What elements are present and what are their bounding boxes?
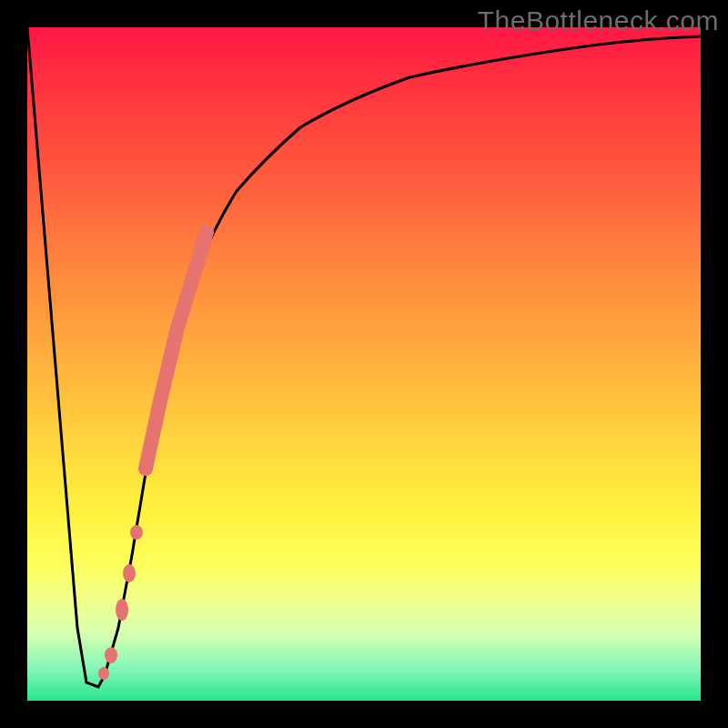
highlight-dot-2 — [123, 564, 136, 582]
watermark-text: TheBottleneck.com — [478, 5, 719, 36]
highlight-segment — [146, 232, 207, 469]
highlight-dot-4 — [105, 647, 117, 663]
chart-svg — [27, 27, 701, 701]
chart-frame: TheBottleneck.com — [0, 0, 728, 728]
bottleneck-curve — [27, 27, 701, 687]
plot-area — [27, 27, 701, 701]
highlight-dot-1 — [130, 525, 143, 540]
highlight-dot-3 — [116, 599, 128, 621]
highlight-dot-5 — [98, 667, 109, 680]
